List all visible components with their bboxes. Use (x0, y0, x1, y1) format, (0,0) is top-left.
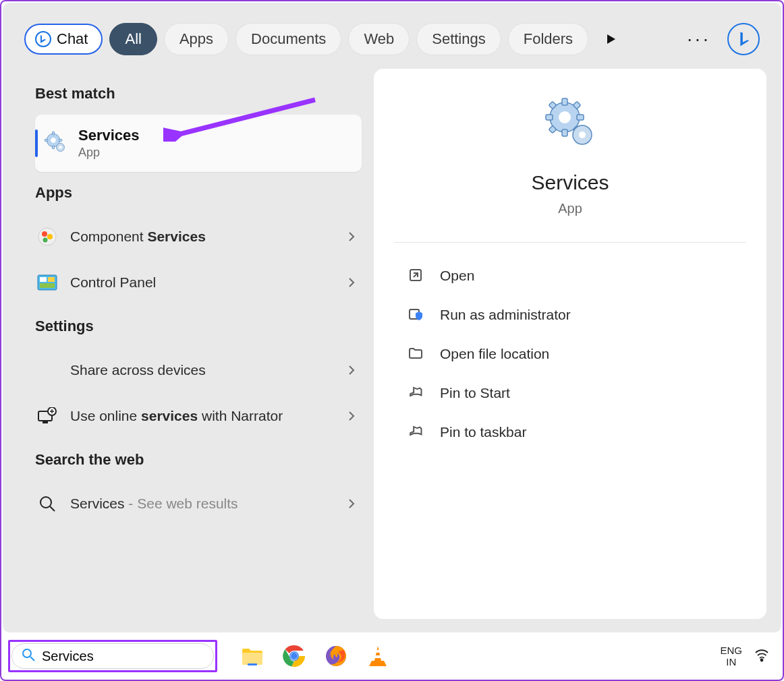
folder-icon (408, 345, 425, 363)
tab-all[interactable]: All (109, 23, 157, 55)
action-label: Open (440, 268, 474, 284)
svg-rect-46 (374, 655, 382, 658)
svg-rect-38 (242, 653, 262, 665)
svg-rect-26 (546, 115, 553, 120)
chrome-icon[interactable] (282, 644, 306, 668)
chat-button[interactable]: Chat (24, 24, 103, 55)
apps-header: Apps (35, 184, 362, 202)
action-open-location[interactable]: Open file location (408, 334, 733, 374)
taskbar: ENG IN (3, 634, 781, 678)
chevron-right-icon (347, 229, 356, 245)
taskbar-search-box[interactable] (11, 643, 214, 669)
chevron-right-icon (347, 362, 356, 378)
app-result-label: Control Panel (70, 272, 335, 292)
web-result[interactable]: Services - See web results (35, 481, 362, 527)
svg-rect-24 (562, 98, 567, 105)
firefox-icon[interactable] (324, 644, 348, 668)
svg-point-8 (59, 146, 62, 149)
preview-pane: Services App Open Run as administrator O… (374, 69, 766, 619)
svg-line-37 (30, 657, 34, 661)
svg-point-12 (43, 238, 48, 243)
chevron-right-icon (347, 408, 356, 424)
tab-web[interactable]: Web (348, 23, 410, 55)
vlc-icon[interactable] (366, 644, 390, 668)
best-match-result[interactable]: Services App (35, 115, 362, 172)
action-label: Pin to taskbar (440, 424, 526, 440)
chevron-right-icon (347, 274, 356, 291)
action-pin-taskbar[interactable]: Pin to taskbar (408, 413, 733, 452)
wifi-icon[interactable] (754, 647, 769, 665)
content-area: Best match Services App Apps (18, 69, 766, 632)
divider (394, 242, 746, 243)
action-run-admin[interactable]: Run as administrator (408, 295, 733, 334)
control-panel-icon (36, 272, 58, 293)
svg-rect-27 (577, 115, 584, 120)
action-label: Open file location (440, 346, 549, 362)
search-panel: Chat All Apps Documents Web Settings Fol… (3, 3, 781, 632)
app-result-component-services[interactable]: Component Services (35, 214, 362, 260)
svg-point-43 (291, 653, 298, 659)
settings-header: Settings (35, 318, 362, 335)
svg-rect-5 (45, 139, 48, 141)
pin-icon (408, 384, 425, 402)
blank-icon (36, 359, 58, 381)
svg-rect-3 (53, 131, 55, 135)
services-app-icon (543, 96, 597, 152)
svg-point-0 (36, 32, 51, 47)
more-options-button[interactable]: ··· (683, 23, 715, 55)
best-match-title: Services (78, 127, 140, 144)
app-result-control-panel[interactable]: Control Panel (35, 260, 362, 305)
best-match-header: Best match (35, 85, 362, 102)
setting-label: Share across devices (70, 360, 335, 380)
preview-subtitle: App (558, 201, 582, 216)
shield-icon (408, 306, 425, 324)
services-gear-icon (43, 130, 67, 157)
svg-point-33 (579, 131, 586, 138)
svg-point-2 (51, 138, 56, 143)
action-open[interactable]: Open (408, 256, 733, 295)
setting-share-across-devices[interactable]: Share across devices (35, 347, 362, 393)
action-label: Pin to Start (440, 385, 510, 401)
action-list: Open Run as administrator Open file loca… (394, 256, 746, 452)
search-icon (22, 648, 35, 664)
chat-label: Chat (57, 30, 88, 48)
action-pin-start[interactable]: Pin to Start (408, 374, 733, 413)
chevron-right-icon (347, 496, 356, 512)
search-box-highlight (8, 640, 217, 672)
svg-rect-18 (43, 421, 48, 423)
system-tray: ENG IN (720, 645, 769, 668)
setting-label: Use online services with Narrator (70, 406, 335, 425)
tab-folders[interactable]: Folders (508, 23, 588, 55)
svg-line-21 (50, 506, 55, 511)
svg-point-23 (559, 111, 571, 123)
setting-narrator-online-services[interactable]: Use online services with Narrator (35, 393, 362, 439)
file-explorer-icon[interactable] (240, 644, 264, 668)
svg-rect-16 (40, 283, 55, 288)
svg-rect-39 (248, 663, 257, 665)
bing-logo-icon[interactable] (727, 23, 760, 55)
svg-rect-6 (59, 139, 62, 141)
search-input[interactable] (42, 649, 213, 664)
language-indicator[interactable]: ENG IN (720, 645, 742, 668)
svg-rect-25 (562, 129, 567, 136)
tab-settings[interactable]: Settings (416, 23, 501, 55)
svg-point-47 (761, 659, 763, 661)
preview-title: Services (531, 171, 609, 194)
more-tabs-button[interactable] (599, 27, 623, 51)
svg-point-20 (40, 497, 51, 508)
svg-point-36 (23, 649, 31, 657)
action-label: Run as administrator (440, 307, 571, 323)
results-column: Best match Services App Apps (18, 69, 362, 632)
best-match-subtitle: App (78, 146, 140, 160)
search-web-header: Search the web (35, 451, 362, 469)
narrator-icon (36, 405, 58, 427)
open-icon (408, 267, 425, 285)
svg-rect-15 (48, 277, 55, 282)
tab-documents[interactable]: Documents (235, 23, 341, 55)
taskbar-apps (240, 644, 390, 668)
tab-apps[interactable]: Apps (164, 23, 229, 55)
svg-point-10 (42, 231, 47, 237)
bing-chat-icon (35, 31, 51, 47)
app-result-label: Component Services (70, 227, 335, 246)
svg-rect-4 (53, 146, 55, 149)
